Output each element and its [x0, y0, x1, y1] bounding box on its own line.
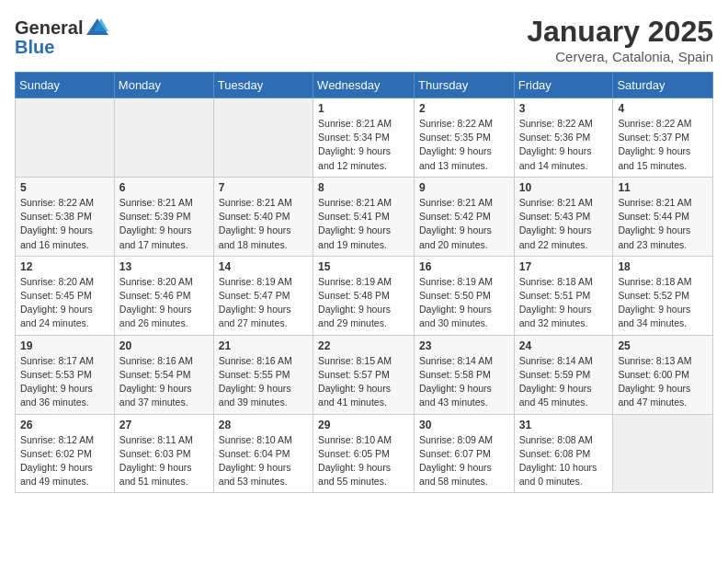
day-info: Sunrise: 8:21 AM Sunset: 5:34 PM Dayligh… — [318, 117, 409, 173]
calendar-cell: 30Sunrise: 8:09 AM Sunset: 6:07 PM Dayli… — [415, 414, 515, 493]
day-info: Sunrise: 8:08 AM Sunset: 6:08 PM Dayligh… — [519, 433, 609, 489]
day-number: 25 — [618, 339, 708, 352]
weekday-header-sunday: Sunday — [16, 73, 115, 98]
day-number: 19 — [20, 339, 109, 352]
day-number: 8 — [318, 181, 409, 194]
calendar-cell: 7Sunrise: 8:21 AM Sunset: 5:40 PM Daylig… — [213, 177, 313, 256]
day-info: Sunrise: 8:21 AM Sunset: 5:41 PM Dayligh… — [318, 196, 409, 252]
day-number: 1 — [318, 102, 409, 115]
calendar-cell: 14Sunrise: 8:19 AM Sunset: 5:47 PM Dayli… — [213, 256, 313, 335]
calendar-header: SundayMondayTuesdayWednesdayThursdayFrid… — [16, 73, 713, 98]
calendar-cell: 24Sunrise: 8:14 AM Sunset: 5:59 PM Dayli… — [514, 335, 613, 414]
calendar-cell: 28Sunrise: 8:10 AM Sunset: 6:04 PM Dayli… — [213, 414, 313, 493]
week-row-1: 1Sunrise: 8:21 AM Sunset: 5:34 PM Daylig… — [16, 98, 713, 178]
calendar-cell: 15Sunrise: 8:19 AM Sunset: 5:48 PM Dayli… — [313, 256, 415, 335]
day-number: 12 — [20, 260, 109, 273]
day-number: 11 — [618, 181, 708, 194]
day-info: Sunrise: 8:12 AM Sunset: 6:02 PM Dayligh… — [20, 433, 109, 489]
week-row-3: 12Sunrise: 8:20 AM Sunset: 5:45 PM Dayli… — [16, 256, 713, 335]
day-info: Sunrise: 8:18 AM Sunset: 5:51 PM Dayligh… — [519, 275, 609, 331]
day-info: Sunrise: 8:13 AM Sunset: 6:00 PM Dayligh… — [618, 354, 708, 410]
day-number: 22 — [318, 339, 409, 352]
calendar-cell: 31Sunrise: 8:08 AM Sunset: 6:08 PM Dayli… — [514, 414, 613, 493]
calendar-cell: 20Sunrise: 8:16 AM Sunset: 5:54 PM Dayli… — [114, 335, 213, 414]
weekday-header-thursday: Thursday — [415, 73, 515, 98]
day-info: Sunrise: 8:15 AM Sunset: 5:57 PM Dayligh… — [318, 354, 409, 410]
calendar-cell: 3Sunrise: 8:22 AM Sunset: 5:36 PM Daylig… — [514, 98, 613, 178]
day-info: Sunrise: 8:21 AM Sunset: 5:43 PM Dayligh… — [519, 196, 609, 252]
day-info: Sunrise: 8:19 AM Sunset: 5:47 PM Dayligh… — [219, 275, 308, 331]
calendar-cell: 22Sunrise: 8:15 AM Sunset: 5:57 PM Dayli… — [313, 335, 415, 414]
day-number: 4 — [618, 102, 708, 115]
week-row-2: 5Sunrise: 8:22 AM Sunset: 5:38 PM Daylig… — [16, 177, 713, 256]
day-number: 30 — [419, 419, 509, 431]
day-info: Sunrise: 8:20 AM Sunset: 5:46 PM Dayligh… — [119, 275, 209, 331]
calendar-cell: 13Sunrise: 8:20 AM Sunset: 5:46 PM Dayli… — [114, 256, 213, 335]
day-number: 31 — [519, 419, 609, 431]
calendar-cell: 25Sunrise: 8:13 AM Sunset: 6:00 PM Dayli… — [613, 335, 713, 414]
day-info: Sunrise: 8:22 AM Sunset: 5:36 PM Dayligh… — [519, 117, 609, 173]
calendar-cell: 1Sunrise: 8:21 AM Sunset: 5:34 PM Daylig… — [313, 98, 415, 178]
page: General Blue January 2025 Cervera, Catal… — [0, 0, 728, 508]
day-info: Sunrise: 8:18 AM Sunset: 5:52 PM Dayligh… — [618, 275, 708, 331]
day-info: Sunrise: 8:10 AM Sunset: 6:04 PM Dayligh… — [219, 433, 308, 489]
day-info: Sunrise: 8:09 AM Sunset: 6:07 PM Dayligh… — [419, 433, 509, 489]
calendar-cell: 27Sunrise: 8:11 AM Sunset: 6:03 PM Dayli… — [114, 414, 213, 493]
calendar-cell: 8Sunrise: 8:21 AM Sunset: 5:41 PM Daylig… — [313, 177, 415, 256]
day-number: 28 — [219, 419, 308, 431]
header: General Blue January 2025 Cervera, Catal… — [15, 15, 713, 64]
calendar-cell: 18Sunrise: 8:18 AM Sunset: 5:52 PM Dayli… — [613, 256, 713, 335]
day-info: Sunrise: 8:14 AM Sunset: 5:58 PM Dayligh… — [419, 354, 509, 410]
day-info: Sunrise: 8:14 AM Sunset: 5:59 PM Dayligh… — [519, 354, 609, 410]
week-row-4: 19Sunrise: 8:17 AM Sunset: 5:53 PM Dayli… — [16, 335, 713, 414]
day-info: Sunrise: 8:22 AM Sunset: 5:37 PM Dayligh… — [618, 117, 708, 173]
day-info: Sunrise: 8:11 AM Sunset: 6:03 PM Dayligh… — [119, 433, 209, 489]
calendar-cell — [613, 414, 713, 493]
day-number: 21 — [219, 339, 308, 352]
day-number: 7 — [219, 181, 308, 194]
weekday-header-monday: Monday — [114, 73, 213, 98]
day-info: Sunrise: 8:22 AM Sunset: 5:35 PM Dayligh… — [419, 117, 509, 173]
calendar-cell: 23Sunrise: 8:14 AM Sunset: 5:58 PM Dayli… — [415, 335, 515, 414]
calendar-cell: 16Sunrise: 8:19 AM Sunset: 5:50 PM Dayli… — [415, 256, 515, 335]
day-info: Sunrise: 8:10 AM Sunset: 6:05 PM Dayligh… — [318, 433, 409, 489]
calendar-cell: 9Sunrise: 8:21 AM Sunset: 5:42 PM Daylig… — [415, 177, 515, 256]
weekday-row: SundayMondayTuesdayWednesdayThursdayFrid… — [16, 73, 713, 98]
calendar-cell: 26Sunrise: 8:12 AM Sunset: 6:02 PM Dayli… — [16, 414, 115, 493]
weekday-header-friday: Friday — [514, 73, 613, 98]
weekday-header-tuesday: Tuesday — [213, 73, 313, 98]
day-info: Sunrise: 8:21 AM Sunset: 5:44 PM Dayligh… — [618, 196, 708, 252]
calendar-cell: 12Sunrise: 8:20 AM Sunset: 5:45 PM Dayli… — [16, 256, 115, 335]
day-number: 13 — [119, 260, 209, 273]
day-number: 15 — [318, 260, 409, 273]
calendar-cell: 17Sunrise: 8:18 AM Sunset: 5:51 PM Dayli… — [514, 256, 613, 335]
day-number: 5 — [20, 181, 109, 194]
day-info: Sunrise: 8:20 AM Sunset: 5:45 PM Dayligh… — [20, 275, 109, 331]
day-number: 18 — [618, 260, 708, 273]
day-number: 3 — [519, 102, 609, 115]
calendar-title: January 2025 — [527, 15, 713, 49]
weekday-header-wednesday: Wednesday — [313, 73, 415, 98]
day-info: Sunrise: 8:21 AM Sunset: 5:42 PM Dayligh… — [419, 196, 509, 252]
logo-icon — [85, 15, 110, 40]
calendar-cell — [16, 98, 115, 178]
calendar-cell: 2Sunrise: 8:22 AM Sunset: 5:35 PM Daylig… — [415, 98, 515, 178]
day-number: 17 — [519, 260, 609, 273]
day-number: 29 — [318, 419, 409, 431]
day-number: 10 — [519, 181, 609, 194]
day-info: Sunrise: 8:16 AM Sunset: 5:55 PM Dayligh… — [219, 354, 308, 410]
day-number: 2 — [419, 102, 509, 115]
day-info: Sunrise: 8:19 AM Sunset: 5:50 PM Dayligh… — [419, 275, 509, 331]
day-number: 16 — [419, 260, 509, 273]
calendar-cell: 21Sunrise: 8:16 AM Sunset: 5:55 PM Dayli… — [213, 335, 313, 414]
calendar-cell — [213, 98, 313, 178]
calendar-cell: 4Sunrise: 8:22 AM Sunset: 5:37 PM Daylig… — [613, 98, 713, 178]
calendar-cell: 10Sunrise: 8:21 AM Sunset: 5:43 PM Dayli… — [514, 177, 613, 256]
logo-general-text: General — [15, 17, 83, 39]
day-info: Sunrise: 8:19 AM Sunset: 5:48 PM Dayligh… — [318, 275, 409, 331]
calendar-cell — [114, 98, 213, 178]
title-block: January 2025 Cervera, Catalonia, Spain — [527, 15, 713, 64]
calendar-body: 1Sunrise: 8:21 AM Sunset: 5:34 PM Daylig… — [16, 98, 713, 493]
day-number: 27 — [119, 419, 209, 431]
day-number: 14 — [219, 260, 308, 273]
